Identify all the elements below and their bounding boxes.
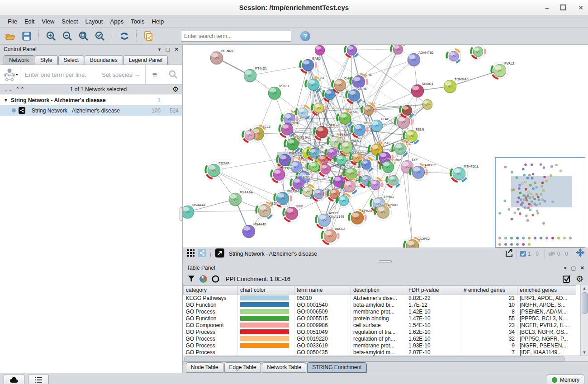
- table-row[interactable]: GO ProcessGO:0033619membrane prot...1.93…: [184, 342, 576, 349]
- menu-select[interactable]: Select: [58, 17, 81, 26]
- network-node-irs1[interactable]: IRS1: [305, 76, 325, 93]
- network-options-gear-icon[interactable]: ⚙: [172, 86, 179, 93]
- zoom-in-icon[interactable]: [44, 30, 58, 42]
- network-node[interactable]: [359, 157, 374, 172]
- network-node-tomm40[interactable]: TOMM40: [444, 78, 469, 94]
- network-node[interactable]: [422, 99, 432, 110]
- filter-icon[interactable]: [188, 275, 195, 282]
- table-row[interactable]: GO ProcessGO:0006509membrane prot...1.42…: [184, 308, 576, 315]
- expand-all-icon[interactable]: ⌃⌃: [15, 86, 24, 93]
- menu-apps[interactable]: Apps: [107, 17, 127, 26]
- network-node[interactable]: [312, 101, 326, 115]
- menu-view[interactable]: View: [38, 17, 57, 26]
- birds-eye-view[interactable]: [495, 158, 585, 248]
- table-vertical-scrollbar[interactable]: ▲▼: [580, 285, 588, 356]
- network-node-bace2[interactable]: BACE2: [322, 227, 345, 244]
- network-node-dlg4[interactable]: DLG4: [392, 140, 413, 157]
- menu-file[interactable]: File: [5, 17, 20, 26]
- zoom-fit-icon[interactable]: [77, 30, 90, 42]
- tab-boundaries[interactable]: Boundaries: [85, 55, 123, 65]
- network-node-abca7[interactable]: ABCA7: [256, 202, 280, 219]
- network-node-cadps2[interactable]: CADPS2: [404, 237, 430, 248]
- network-node-tardbp[interactable]: TARDBP: [410, 164, 436, 181]
- network-node-mt-nd2[interactable]: MT-ND2: [210, 49, 233, 65]
- collapse-all-icon[interactable]: ⌄⌄: [4, 86, 13, 93]
- network-node[interactable]: [242, 128, 257, 142]
- table-panel-menu-icon[interactable]: ▾: [564, 265, 567, 271]
- network-node-adamts2[interactable]: ADAMTS2: [408, 51, 434, 67]
- table-row[interactable]: GO FunctionGO:0001540beta-amyloid bi...1…: [184, 301, 576, 308]
- table-horizontal-scrollbar[interactable]: [183, 356, 588, 361]
- save-session-button[interactable]: [20, 30, 33, 42]
- grid-view-icon[interactable]: [185, 249, 196, 258]
- network-node[interactable]: [315, 45, 325, 56]
- minimize-button[interactable]: –: [545, 4, 549, 11]
- network-graph[interactable]: MT-ND2MT-ND1VSNL1GAB2IRS1CHATBCHEACHEADA…: [183, 45, 585, 248]
- scrollbar-thumb[interactable]: [582, 292, 588, 314]
- tab-legend-panel[interactable]: Legend Panel: [123, 55, 168, 65]
- table-panel-close-icon[interactable]: ✕: [580, 265, 584, 271]
- horizontal-splitter[interactable]: [183, 260, 588, 264]
- network-node[interactable]: [368, 178, 383, 192]
- string-search-icon[interactable]: [164, 65, 182, 84]
- task-list-button[interactable]: [28, 374, 49, 384]
- panel-float-icon[interactable]: ▢: [165, 47, 170, 52]
- network-view-canvas[interactable]: MT-ND2MT-ND1VSNL1GAB2IRS1CHATBCHEACHEADA…: [183, 45, 588, 248]
- table-row[interactable]: GO ComponentGO:0009986cell surface1.54E-…: [184, 322, 576, 328]
- network-node-epha5[interactable]: EPHA5: [349, 209, 372, 226]
- refresh-icon[interactable]: [118, 30, 131, 42]
- chart-color-donut-icon[interactable]: [199, 275, 207, 283]
- panel-close-icon[interactable]: ✕: [175, 47, 179, 52]
- panel-splitter-handle[interactable]: [179, 198, 183, 230]
- network-node[interactable]: [337, 193, 351, 208]
- network-node-bdnf[interactable]: BDNF: [351, 122, 372, 138]
- network-node[interactable]: [323, 87, 337, 102]
- enrichment-settings-gear-icon[interactable]: ⚙: [576, 275, 583, 283]
- set-species-link[interactable]: Set species →: [102, 71, 145, 78]
- network-node[interactable]: [312, 187, 326, 201]
- table-row[interactable]: GO ProcessGO:0019220regulation of ph...1…: [184, 335, 576, 342]
- table-row[interactable]: GO ProcessGO:0051049regulation of tra...…: [184, 328, 576, 335]
- table-panel-float-icon[interactable]: ▢: [571, 265, 575, 271]
- network-node[interactable]: [471, 45, 485, 59]
- network-node[interactable]: [296, 105, 310, 120]
- enrichment-table[interactable]: categorychart colorterm namedescriptionF…: [183, 285, 576, 356]
- tab-string-enrichment[interactable]: STRING Enrichment: [307, 362, 366, 373]
- network-node-aplp1[interactable]: APLP1KIAA1149: [316, 211, 344, 229]
- menu-edit[interactable]: Edit: [21, 17, 38, 26]
- network-node[interactable]: [391, 45, 405, 56]
- maximize-button[interactable]: [560, 5, 566, 10]
- tab-network-table[interactable]: Network Table: [262, 362, 306, 373]
- share-network-icon[interactable]: [198, 249, 206, 258]
- tab-network[interactable]: Network: [4, 55, 34, 65]
- network-node[interactable]: [400, 103, 414, 117]
- pan-navigator-icon[interactable]: [575, 248, 585, 259]
- tab-select[interactable]: Select: [58, 55, 84, 65]
- column-header--enriched-genes[interactable]: # enriched genes: [461, 286, 517, 295]
- zoom-out-icon[interactable]: [61, 30, 74, 42]
- column-header-FDR-p-value[interactable]: FDR p-value: [406, 286, 461, 295]
- table-row[interactable]: GO FunctionGO:0005515protein binding1.47…: [184, 315, 576, 322]
- network-node-ms4a6a[interactable]: MS4A6A: [229, 191, 253, 206]
- menu-tools[interactable]: Tools: [128, 17, 147, 26]
- ring-chart-icon[interactable]: [212, 275, 219, 283]
- column-header-chart-color[interactable]: chart color: [238, 286, 294, 295]
- tab-node-table[interactable]: Node Table: [186, 362, 223, 373]
- select-rows-checkbox-icon[interactable]: [563, 275, 571, 283]
- cloud-tasks-button[interactable]: [4, 374, 24, 384]
- string-options-icon[interactable]: ≡: [145, 65, 164, 84]
- network-node-cd2ap[interactable]: CD2AP: [205, 162, 229, 179]
- tree-expand-icon[interactable]: ▼: [4, 98, 8, 103]
- table-row[interactable]: GO ProcessGO:0050435beta-amyloid m...2.0…: [184, 349, 576, 356]
- menu-help[interactable]: Help: [149, 17, 167, 26]
- zoom-selected-icon[interactable]: [93, 30, 107, 42]
- network-node-pvrl2[interactable]: PVRL2: [491, 62, 514, 79]
- network-node[interactable]: [386, 173, 401, 187]
- network-node[interactable]: [345, 45, 359, 57]
- export-network-icon[interactable]: [504, 248, 514, 259]
- tab-style[interactable]: Style: [35, 55, 58, 65]
- network-tree-row[interactable]: ▼String Network - Alzheimer's disease1: [0, 95, 182, 105]
- network-from-clipboard-icon[interactable]: [142, 30, 156, 42]
- network-node-vsnl1[interactable]: VSNL1: [268, 84, 289, 100]
- column-header-category[interactable]: category: [184, 286, 238, 295]
